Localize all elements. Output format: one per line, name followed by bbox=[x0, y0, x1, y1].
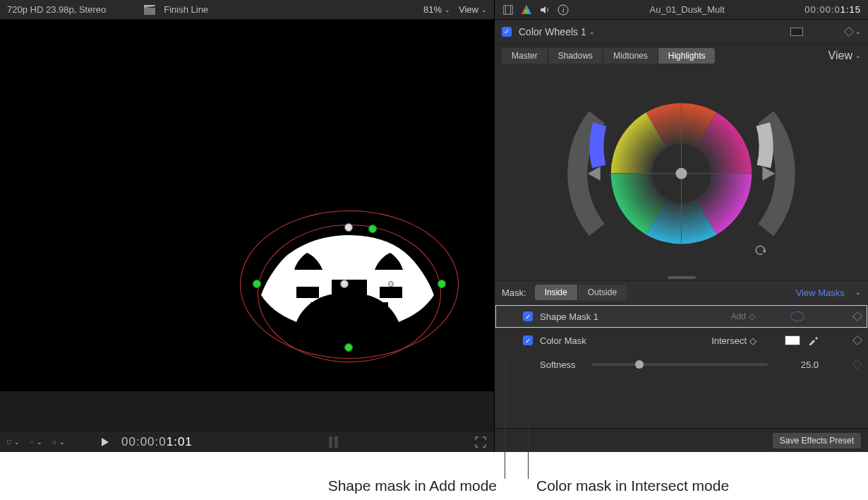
viewer-canvas[interactable] bbox=[0, 20, 494, 391]
mask-rotate[interactable] bbox=[388, 281, 394, 287]
keyframe-icon[interactable] bbox=[852, 311, 862, 321]
keyframe-icon[interactable] bbox=[852, 335, 862, 345]
chevron-down-icon: ⌄ bbox=[481, 6, 487, 13]
svg-rect-3 bbox=[8, 440, 11, 444]
viewer-pane: 720p HD 23.98p, Stereo Finish Line 81%⌄ … bbox=[0, 0, 494, 452]
svg-rect-0 bbox=[144, 8, 155, 15]
video-format: 720p HD 23.98p, Stereo bbox=[7, 4, 106, 15]
inspector-top-bar: i Au_01_Dusk_Mult 00:00:01:15 bbox=[495, 0, 868, 20]
softness-row: Softness 25.0 bbox=[495, 352, 868, 376]
audio-meter bbox=[329, 436, 338, 448]
chevron-down-icon[interactable]: ⌄ bbox=[855, 28, 861, 35]
viewer-top-bar: 720p HD 23.98p, Stereo Finish Line 81%⌄ … bbox=[0, 0, 494, 20]
svg-rect-7 bbox=[504, 5, 512, 13]
saturation-handle[interactable] bbox=[588, 167, 601, 181]
effect-name-dropdown[interactable]: Color Wheels 1 ⌄ bbox=[519, 26, 595, 37]
clapper-icon bbox=[144, 5, 155, 15]
keyframe-icon[interactable] bbox=[852, 359, 862, 369]
callouts: Shape mask in Add mode Color mask in Int… bbox=[0, 452, 868, 500]
fullscreen-button[interactable] bbox=[474, 436, 487, 448]
stepper-icon: ◇ bbox=[749, 311, 755, 321]
tab-master[interactable]: Master bbox=[502, 48, 548, 64]
inspector-footer: Save Effects Preset bbox=[495, 428, 868, 452]
slider-knob[interactable] bbox=[635, 360, 644, 369]
color-wheel-puck[interactable] bbox=[676, 168, 687, 179]
play-button[interactable] bbox=[99, 436, 111, 448]
stepper-icon: ◇ bbox=[749, 335, 757, 346]
film-icon[interactable] bbox=[502, 4, 514, 16]
audio-icon[interactable] bbox=[538, 4, 551, 16]
chevron-down-icon: ⌄ bbox=[855, 289, 861, 296]
drag-handle-icon[interactable] bbox=[668, 276, 696, 279]
info-icon[interactable]: i bbox=[557, 4, 569, 16]
eyedropper-icon[interactable] bbox=[807, 335, 819, 346]
svg-text:i: i bbox=[562, 6, 565, 14]
svg-marker-6 bbox=[102, 438, 109, 446]
keyframe-icon[interactable] bbox=[844, 26, 854, 36]
effect-enable-checkbox[interactable]: ✓ bbox=[502, 27, 512, 37]
shape-mask-overlay[interactable] bbox=[240, 210, 459, 359]
shape-mask-mode-dropdown[interactable]: Add ◇ bbox=[731, 311, 755, 321]
mask-inside-button[interactable]: Inside bbox=[535, 285, 578, 300]
color-mask-name: Color Mask bbox=[540, 335, 586, 346]
reset-button[interactable] bbox=[756, 246, 766, 254]
wheel-tabs-row: Master Shadows Midtones Highlights View … bbox=[495, 44, 868, 66]
tab-highlights[interactable]: Highlights bbox=[658, 48, 716, 64]
softness-slider[interactable] bbox=[591, 363, 768, 366]
viewer-view-dropdown[interactable]: View⌄ bbox=[459, 4, 487, 15]
svg-point-4 bbox=[53, 441, 56, 444]
svg-rect-2 bbox=[311, 302, 388, 312]
car-silhouette bbox=[254, 232, 445, 345]
chevron-down-icon: ⌄ bbox=[445, 6, 450, 13]
color-swatch[interactable] bbox=[785, 335, 800, 345]
viewer-transport: ⌄ ⌄ ⌄ 00:00:01:01 bbox=[0, 431, 494, 452]
mask-side-segment: Inside Outside bbox=[535, 285, 627, 300]
chevron-down-icon: ⌄ bbox=[589, 28, 595, 35]
tab-shadows[interactable]: Shadows bbox=[548, 48, 603, 64]
color-mask-checkbox[interactable]: ✓ bbox=[523, 335, 533, 345]
ellipse-icon[interactable] bbox=[790, 311, 804, 321]
shape-mask-name: Shape Mask 1 bbox=[540, 311, 598, 322]
svg-line-5 bbox=[54, 441, 55, 442]
tab-midtones[interactable]: Midtones bbox=[603, 48, 658, 64]
color-mask-mode-dropdown[interactable]: Intersect ◇ bbox=[711, 335, 757, 346]
mask-center[interactable] bbox=[340, 280, 349, 288]
mask-handle-bottom[interactable] bbox=[344, 343, 353, 352]
crop-tool-dropdown[interactable]: ⌄ bbox=[7, 436, 20, 448]
svg-rect-1 bbox=[144, 5, 155, 8]
color-icon[interactable] bbox=[520, 4, 533, 16]
inspector-pane: i Au_01_Dusk_Mult 00:00:01:15 ✓ Color Wh… bbox=[494, 0, 868, 452]
viewer-title: Finish Line bbox=[164, 4, 208, 15]
save-preset-button[interactable]: Save Effects Preset bbox=[773, 433, 861, 448]
mask-handle-left[interactable] bbox=[253, 280, 261, 288]
mask-controls-bar: Mask: Inside Outside View Masks ⌄ bbox=[495, 280, 868, 304]
softness-value[interactable]: 25.0 bbox=[783, 359, 819, 370]
mask-row-color[interactable]: ✓ Color Mask Intersect ◇ bbox=[495, 328, 868, 352]
mask-handle-top[interactable] bbox=[344, 223, 353, 232]
effect-header: ✓ Color Wheels 1 ⌄ ⌄ bbox=[495, 20, 868, 44]
mask-handle-right[interactable] bbox=[438, 280, 446, 288]
wheel-view-dropdown[interactable]: View ⌄ bbox=[828, 49, 861, 62]
callout-color: Color mask in Intersect mode bbox=[536, 477, 729, 494]
speed-dropdown[interactable]: ⌄ bbox=[52, 436, 65, 448]
brightness-handle[interactable] bbox=[762, 167, 775, 181]
color-range-tabs: Master Shadows Midtones Highlights bbox=[502, 48, 715, 64]
mask-outside-button[interactable]: Outside bbox=[578, 285, 627, 300]
keyframe-controls[interactable]: ⌄ bbox=[845, 28, 861, 35]
softness-label: Softness bbox=[540, 359, 576, 370]
mask-label: Mask: bbox=[502, 287, 526, 298]
viewer-timecode[interactable]: 00:00:01:01 bbox=[121, 435, 193, 449]
mask-row-shape[interactable]: ✓ Shape Mask 1 Add ◇ bbox=[495, 304, 868, 328]
zoom-dropdown[interactable]: 81%⌄ bbox=[423, 4, 450, 15]
color-wheel-area[interactable] bbox=[495, 66, 868, 280]
mask-indicator-icon[interactable] bbox=[790, 28, 803, 36]
clip-name: Au_01_Dusk_Mult bbox=[650, 4, 725, 15]
chevron-down-icon: ⌄ bbox=[855, 52, 861, 59]
shape-mask-checkbox[interactable]: ✓ bbox=[523, 311, 533, 321]
retime-dropdown[interactable]: ⌄ bbox=[30, 436, 42, 448]
viewer-gap bbox=[0, 391, 494, 431]
clip-timecode: 00:00:01:15 bbox=[804, 4, 861, 15]
callout-shape: Shape mask in Add mode bbox=[328, 477, 497, 494]
mask-handle[interactable] bbox=[368, 225, 377, 233]
view-masks-dropdown[interactable]: View Masks ⌄ bbox=[796, 287, 861, 298]
